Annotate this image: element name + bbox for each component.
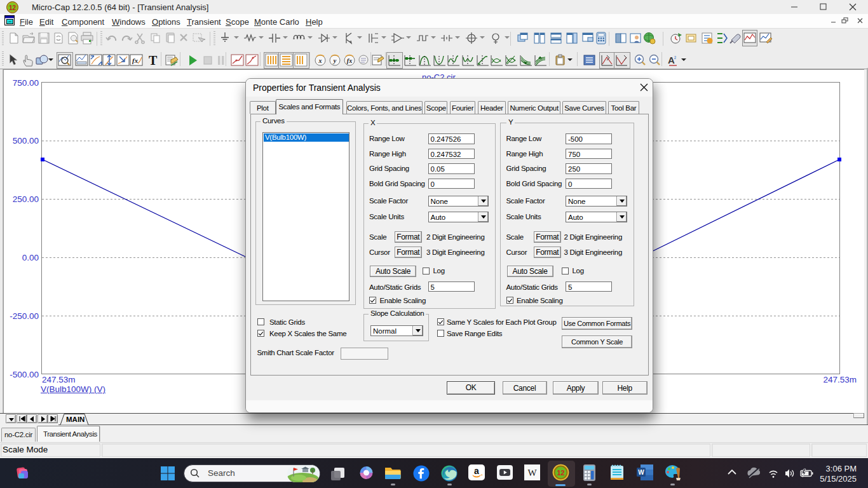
- svg-text:a: a: [474, 466, 479, 476]
- svg-text:x: x: [318, 57, 322, 64]
- svg-text:MAIN: MAIN: [66, 416, 85, 423]
- svg-text:12: 12: [557, 469, 564, 477]
- svg-text:12: 12: [9, 4, 17, 11]
- svg-text:fx: fx: [347, 57, 352, 64]
- svg-text:T: T: [149, 53, 158, 67]
- svg-text:²: ²: [674, 55, 676, 62]
- svg-text:y: y: [333, 57, 337, 64]
- svg-text:fx: fx: [132, 57, 139, 64]
- svg-text:W: W: [527, 468, 537, 478]
- svg-text:W: W: [638, 469, 644, 476]
